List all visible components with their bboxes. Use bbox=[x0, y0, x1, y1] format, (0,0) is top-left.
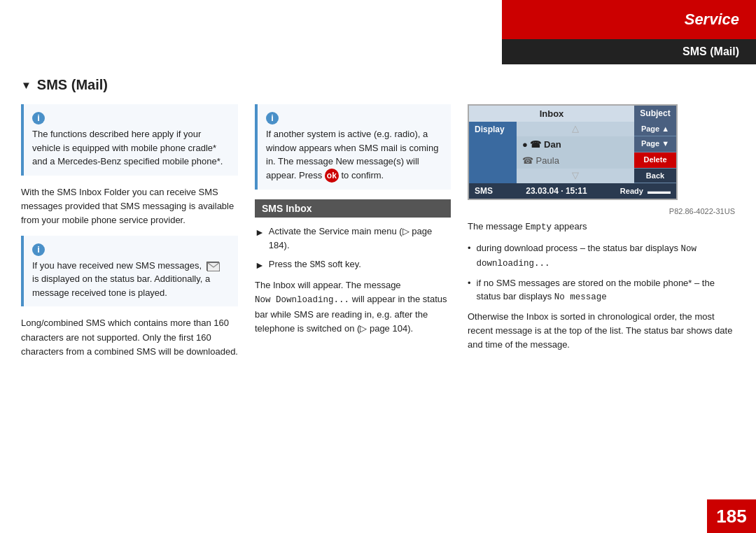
inbox-desc: The Inbox will appear. The message Now D… bbox=[255, 278, 451, 336]
columns: i The functions described here apply if … bbox=[21, 104, 735, 520]
message-empty-line: The message Empty appears bbox=[468, 220, 735, 234]
screen-ready-signal: Ready ▬▬▬ bbox=[620, 187, 671, 195]
arrow-icon-1: ► bbox=[255, 225, 265, 252]
right-column: Inbox Subject Display △ Page ▲ ● ☎ Da bbox=[468, 104, 735, 520]
screen-paula-row: ☎ Paula Delete bbox=[469, 152, 676, 169]
code-now-1: Now bbox=[681, 244, 697, 254]
arrow-icon-2: ► bbox=[255, 258, 265, 273]
device-screen: Inbox Subject Display △ Page ▲ ● ☎ Da bbox=[468, 104, 678, 200]
screen-right-btns-mid1: Page ▼ bbox=[634, 136, 676, 152]
info-box-1: i The functions described here apply if … bbox=[21, 104, 238, 176]
main-content: ▼ SMS (Mail) i The functions described h… bbox=[0, 64, 756, 533]
left-column: i The functions described here apply if … bbox=[21, 104, 238, 520]
sms-inbox-header: SMS Inbox bbox=[255, 199, 451, 218]
screen-up-arrow-row: Display △ Page ▲ bbox=[469, 122, 676, 136]
triangle-icon: ▼ bbox=[21, 79, 31, 91]
screen-back-btn[interactable]: Back bbox=[634, 169, 676, 183]
screen-right-btns-mid2: Delete bbox=[634, 152, 676, 169]
info-icon-mid: i bbox=[266, 112, 279, 125]
screen-dan-entry: ● ☎ Dan bbox=[517, 136, 634, 152]
screen-up-arrow: △ bbox=[517, 122, 634, 136]
screen-display-btn[interactable]: Display bbox=[469, 122, 517, 136]
screen-right-btns-top: Page ▲ bbox=[634, 122, 676, 136]
bullet-text-1: during download process – the status bar… bbox=[477, 241, 696, 271]
screen-page-dn-btn[interactable]: Page ▼ bbox=[634, 136, 676, 152]
bullet-text-2: if no SMS messages are stored on the mob… bbox=[477, 276, 735, 304]
info-icon-1: i bbox=[32, 112, 45, 125]
info-box-2-text-2: is displayed on the status bar. Addition… bbox=[32, 273, 210, 298]
info-box-2: i If you have received new SMS messages,… bbox=[21, 236, 238, 307]
screen-caption: P82.86-4022-31US bbox=[468, 207, 735, 215]
info-icon-2: i bbox=[32, 243, 45, 256]
bullet-dot-2: • bbox=[468, 276, 471, 304]
info-box-mid-confirm: to confirm. bbox=[341, 170, 384, 180]
code-empty: Empty bbox=[525, 222, 552, 232]
ok-icon: ok bbox=[325, 169, 339, 183]
screen-page-up-btn[interactable]: Page ▲ bbox=[634, 122, 676, 136]
arrow-item-1-text: Activate the Service main menu (▷ page 1… bbox=[269, 225, 451, 252]
screen-sms-label: SMS bbox=[475, 186, 493, 196]
mid-column: i If another system is active (e.g. radi… bbox=[255, 104, 451, 520]
header-service-bar: Service bbox=[502, 0, 756, 39]
screen-dn-arrow: ▽ bbox=[517, 169, 634, 183]
code-downloading-1: downloading... bbox=[477, 259, 550, 269]
arrow-item-2-text: Press the SMS soft key. bbox=[269, 257, 361, 273]
bullet-dot-1: • bbox=[468, 241, 471, 271]
screen-subject-btn[interactable]: Subject bbox=[634, 106, 676, 122]
bullet-item-2: • if no SMS messages are stored on the m… bbox=[468, 276, 735, 304]
screen-paula-entry: ☎ Paula bbox=[517, 152, 634, 169]
code-no-message: No message bbox=[554, 292, 607, 302]
section-title-text: SMS (Mail) bbox=[37, 77, 108, 93]
info-box-2-text-1: If you have received new SMS messages, bbox=[32, 260, 202, 271]
screen-footer: SMS 23.03.04 · 15:11 Ready ▬▬▬ bbox=[469, 183, 676, 199]
arrow-item-1: ► Activate the Service main menu (▷ page… bbox=[255, 225, 451, 252]
sms-mail-title: SMS (Mail) bbox=[682, 45, 739, 58]
screen-dn-arrow-row: ▽ Back bbox=[469, 169, 676, 183]
screen-inbox-label: Inbox bbox=[469, 106, 634, 122]
header-sms-mail-bar: SMS (Mail) bbox=[502, 39, 756, 64]
bullet-item-1: • during download process – the status b… bbox=[468, 241, 735, 271]
signal-bars-icon: ▬▬▬ bbox=[648, 187, 671, 195]
screen-right-btns-bot: Back bbox=[634, 169, 676, 183]
info-box-mid: i If another system is active (e.g. radi… bbox=[255, 104, 451, 190]
section-title: ▼ SMS (Mail) bbox=[21, 77, 735, 93]
service-title: Service bbox=[685, 10, 739, 29]
body-text-2: Long/combined SMS which contains more th… bbox=[21, 316, 238, 358]
code-now-downloading: Now Downloading... bbox=[255, 295, 349, 305]
arrow-item-2: ► Press the SMS soft key. bbox=[255, 257, 451, 273]
screen-delete-btn[interactable]: Delete bbox=[634, 152, 676, 169]
screen-top-row: Inbox Subject bbox=[469, 106, 676, 122]
envelope-icon bbox=[206, 262, 219, 271]
otherwise-text: Otherwise the Inbox is sorted in chronol… bbox=[468, 310, 735, 352]
screen-datetime: 23.03.04 · 15:11 bbox=[526, 186, 587, 196]
screen-dan-row: ● ☎ Dan Page ▼ bbox=[469, 136, 676, 152]
info-box-1-text: The functions described here apply if yo… bbox=[32, 129, 223, 166]
body-text-1: With the SMS Inbox Folder you can receiv… bbox=[21, 185, 238, 227]
